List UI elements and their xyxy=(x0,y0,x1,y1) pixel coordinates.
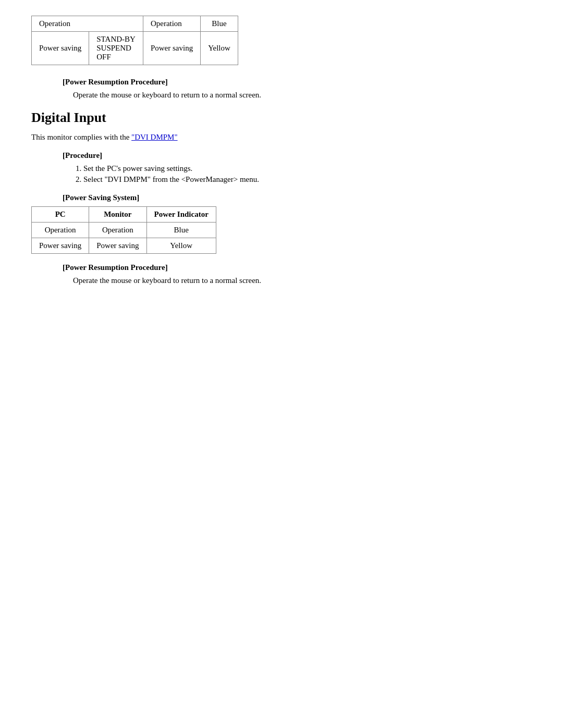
top-power-table: Operation Operation Blue Power saving ST… xyxy=(31,16,238,65)
top-power-resumption-body: Operate the mouse or keyboard to return … xyxy=(73,91,532,100)
col-monitor-header: Monitor xyxy=(89,207,146,223)
table-row: Power saving STAND-BY SUSPEND OFF Power … xyxy=(32,32,238,65)
digital-row2-pc: Power saving xyxy=(32,238,89,254)
digital-table-container: PC Monitor Power Indicator Operation Ope… xyxy=(31,206,532,254)
table-row: Operation Operation Blue xyxy=(32,16,238,32)
top-power-saving-label: Power saving xyxy=(32,32,89,65)
procedure-heading: [Procedure] xyxy=(63,151,532,160)
procedure-step-2: Select "DVI DMPM" from the <PowerManager… xyxy=(83,175,532,184)
digital-row1-indicator: Blue xyxy=(146,223,216,238)
top-operation-col2: Operation xyxy=(143,16,200,32)
procedure-list: Set the PC's power saving settings. Sele… xyxy=(83,164,532,184)
bottom-power-resumption-heading: [Power Resumption Procedure] xyxy=(63,263,532,272)
digital-input-heading: Digital Input xyxy=(31,110,532,126)
bottom-power-resumption-section: [Power Resumption Procedure] Operate the… xyxy=(31,263,532,285)
digital-power-table: PC Monitor Power Indicator Operation Ope… xyxy=(31,206,216,254)
digital-row1-monitor: Operation xyxy=(89,223,146,238)
digital-input-intro: This monitor complies with the "DVI DMPM… xyxy=(31,133,532,142)
digital-input-section: Digital Input This monitor complies with… xyxy=(31,110,532,285)
top-power-resumption-section: [Power Resumption Procedure] Operate the… xyxy=(31,78,532,100)
power-saving-system-section: [Power Saving System] PC Monitor Power I… xyxy=(31,193,532,254)
procedure-step-1: Set the PC's power saving settings. xyxy=(83,164,532,173)
procedure-section: [Procedure] Set the PC's power saving se… xyxy=(31,151,532,184)
top-standby-modes: STAND-BY SUSPEND OFF xyxy=(89,32,143,65)
bottom-power-resumption-body: Operate the mouse or keyboard to return … xyxy=(73,276,532,285)
table-row: Operation Operation Blue xyxy=(32,223,216,238)
table-row: Power saving Power saving Yellow xyxy=(32,238,216,254)
top-yellow: Yellow xyxy=(201,32,238,65)
top-power-resumption-heading: [Power Resumption Procedure] xyxy=(63,78,532,87)
power-saving-system-heading: [Power Saving System] xyxy=(63,193,532,202)
top-operation-col3: Blue xyxy=(201,16,238,32)
top-operation-col1: Operation xyxy=(32,16,143,32)
intro-text-prefix: This monitor complies with the xyxy=(31,133,131,141)
dvi-dmpm-link[interactable]: "DVI DMPM" xyxy=(131,133,178,141)
digital-row2-indicator: Yellow xyxy=(146,238,216,254)
col-pc-header: PC xyxy=(32,207,89,223)
table-header-row: PC Monitor Power Indicator xyxy=(32,207,216,223)
top-table-section: Operation Operation Blue Power saving ST… xyxy=(31,16,532,65)
digital-row1-pc: Operation xyxy=(32,223,89,238)
top-power-saving-col3: Power saving xyxy=(143,32,200,65)
digital-row2-monitor: Power saving xyxy=(89,238,146,254)
col-power-indicator-header: Power Indicator xyxy=(146,207,216,223)
